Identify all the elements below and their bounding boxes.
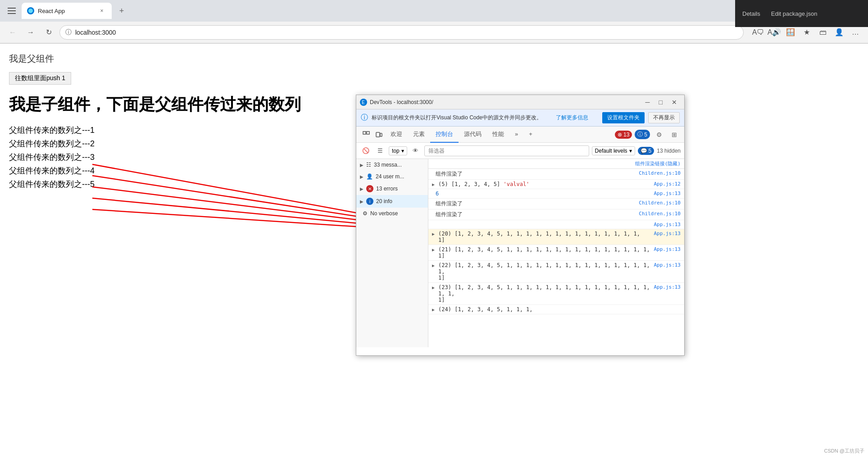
verbose-icon: ⚙ [363,210,368,217]
log-source[interactable]: App.js:13 [654,262,681,268]
vscode-details-link[interactable]: Details [742,10,760,17]
svg-point-3 [28,9,33,13]
vscode-panel: Details Edit package.json [735,0,868,27]
translate-btn[interactable]: A🗨 [751,25,765,40]
new-tab-btn[interactable]: + [114,3,130,19]
log-content: 组件渲染了 [436,211,635,218]
log-source[interactable]: App.js:13 [654,222,681,227]
info-badge: ⓘ 5 [635,130,650,139]
log-entry: 组件渲染链接(隐藏) [428,159,684,169]
favorites-btn[interactable]: ★ [800,25,814,40]
profile-btn[interactable]: 👤 [832,25,846,40]
dt-log-area: 组件渲染链接(隐藏) 组件渲染了 Children.js:10 ▶ (5) [1… [428,159,684,347]
tab-close-btn[interactable]: × [97,6,106,15]
no-more-btn[interactable]: 不再显示 [648,112,680,123]
info-bar-link[interactable]: 了解更多信息 [556,114,588,122]
expand-btn[interactable]: ▶ [432,307,435,312]
info-badge-icon: ⓘ [637,131,643,138]
extensions-btn[interactable]: 🪟 [783,25,798,40]
expand-btn[interactable]: ▶ [432,285,435,290]
log-content: (24) [1, 2, 3, 4, 5, 1, 1, 1, [438,306,677,313]
log-content: 6 [436,190,650,197]
tab-welcome[interactable]: 欢迎 [385,127,408,143]
log-source[interactable]: App.js:13 [654,231,681,236]
log-entry-array: ▶ (5) [1, 2, 3, 4, 5] 'valval' App.js:12 [428,180,684,189]
devtools-title: E DevTools - localhost:3000/ [360,99,433,106]
collections-btn[interactable]: 🗃 [816,25,830,40]
info-icon: i [366,198,373,205]
sidebar-verbose[interactable]: ⚙ No verbose [356,208,428,219]
sidebar-errors[interactable]: ▶ ✕ 13 errors [356,182,428,195]
tab-sources[interactable]: 源代码 [459,127,487,143]
log-entry-20: ▶ (20) [1, 2, 3, 4, 5, 1, 1, 1, 1, 1, 1,… [428,229,684,245]
log-source[interactable]: App.js:12 [654,181,681,187]
sidebar-label: No verbose [370,210,398,217]
refresh-btn[interactable]: ↻ [41,25,56,40]
devtools-close-btn[interactable]: ✕ [668,99,681,106]
vscode-edit-package-link[interactable]: Edit package.json [771,10,818,17]
sidebar-toggle-btn[interactable] [4,3,20,19]
log-levels-selector[interactable]: Default levels ▾ [592,146,635,155]
tab-favicon [27,7,34,14]
expand-btn[interactable]: ▶ [432,231,435,236]
expand-btn[interactable]: ▶ [432,263,435,268]
log-source[interactable]: App.js:13 [654,284,681,290]
tab-add[interactable]: + [523,127,538,143]
tab-elements[interactable]: 元素 [408,127,430,143]
read-aloud-btn[interactable]: A🔊 [767,25,782,40]
sidebar-label: 13 errors [376,186,398,192]
log-source[interactable]: App.js:13 [654,246,681,252]
devtools-toolbar: 🚫 ☰ top ▾ 👁 Default levels ▾ 💬 5 13 hidd… [356,143,684,159]
svg-rect-0 [8,8,16,9]
back-btn[interactable]: ← [5,25,20,40]
error-badge: ⊗ 13 [615,131,632,139]
info-icon: ⓘ [361,113,368,122]
user-icon: 👤 [366,173,373,180]
log-source[interactable]: Children.js:10 [639,200,681,206]
inspect-element-btn[interactable] [360,128,373,141]
devtools-panel: E DevTools - localhost:3000/ ─ □ ✕ ⓘ 标识项… [356,95,685,356]
devtools-settings-btn[interactable]: ⚙ [653,128,665,141]
tab-more[interactable]: » [509,127,523,143]
eye-btn[interactable]: 👁 [410,145,422,157]
log-source[interactable]: 组件渲染链接(隐藏) [635,160,681,167]
settings-btn[interactable]: … [848,25,863,40]
log-entry-render: 组件渲染了 Children.js:10 [428,169,684,180]
devtools-body: ▶ ☷ 33 messa... ▶ 👤 24 user m... ▶ ✕ 13 … [356,159,684,347]
console-filter-input[interactable] [424,145,589,156]
tab-performance[interactable]: 性能 [487,127,509,143]
devtools-dock-btn[interactable]: ⊞ [668,128,681,141]
expand-btn[interactable]: ▶ [432,182,435,187]
devtools-info-bar: ⓘ 标识项目的根文件夹以打开Visual Studio Code中的源文件并同步… [356,109,684,127]
clear-console-btn[interactable]: 🚫 [360,145,372,157]
forward-btn[interactable]: → [23,25,38,40]
parent-label: 我是父组件 [9,53,859,65]
browser-tab[interactable]: React App × [22,3,112,19]
log-source[interactable]: App.js:13 [654,190,681,196]
devtools-max-btn[interactable]: □ [655,99,666,106]
info-bar-btns: 设置根文件夹 不再显示 [602,112,680,123]
sidebar-all-messages[interactable]: ▶ ☷ 33 messa... [356,159,428,171]
svg-rect-1 [8,10,16,11]
tab-console[interactable]: 控制台 [430,127,459,143]
log-entry-render2: 组件渲染了 Children.js:10 [428,199,684,209]
sidebar-info[interactable]: ▶ i 20 info [356,195,428,208]
context-label: top [392,148,400,154]
url-bar[interactable]: ⓘ localhost:3000 [59,25,744,40]
log-source[interactable]: Children.js:10 [639,170,681,176]
log-entry-21: ▶ (21) [1, 2, 3, 4, 5, 1, 1, 1, 1, 1, 1,… [428,245,684,261]
device-toggle-btn[interactable] [373,128,385,141]
info-bar-left: ⓘ 标识项目的根文件夹以打开Visual Studio Code中的源文件并同步… [361,113,542,122]
context-selector[interactable]: top ▾ [389,146,407,155]
set-root-btn[interactable]: 设置根文件夹 [602,112,645,123]
filter-toggle-btn[interactable]: ☰ [374,145,386,157]
svg-rect-2 [8,13,16,14]
expand-btn[interactable]: ▶ [432,247,435,252]
push-btn[interactable]: 往数组里面push 1 [9,72,71,85]
log-source[interactable]: Children.js:10 [639,211,681,217]
devtools-min-btn[interactable]: ─ [642,99,654,106]
sidebar-user-messages[interactable]: ▶ 👤 24 user m... [356,171,428,182]
log-content: (23) [1, 2, 3, 4, 5, 1, 1, 1, 1, 1, 1, 1… [438,284,650,303]
expand-icon: ▶ [360,186,364,191]
log-content: (22) [1, 2, 3, 4, 5, 1, 1, 1, 1, 1, 1, 1… [438,262,650,281]
